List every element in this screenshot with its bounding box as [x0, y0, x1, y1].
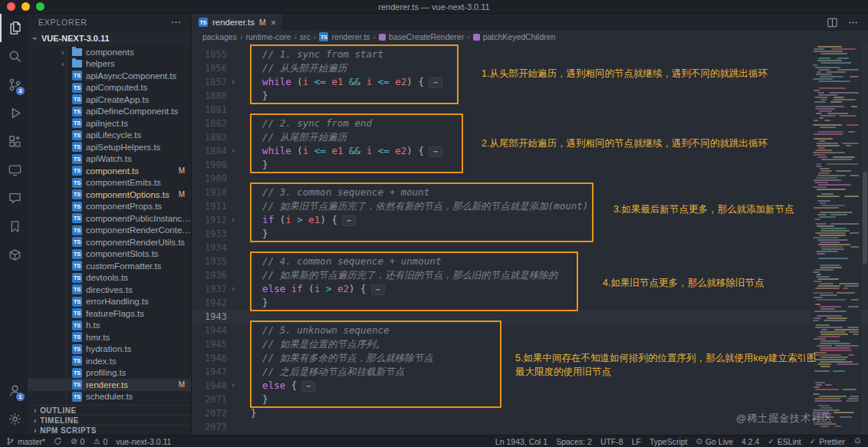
folded-code-ellipsis[interactable]: ⋯ — [371, 284, 385, 295]
file-item[interactable]: TScomponentOptions.tsM — [28, 189, 191, 201]
file-item[interactable]: TSapiSetupHelpers.ts — [28, 141, 191, 153]
fold-chevron-icon[interactable]: › — [227, 213, 239, 227]
sidebar-section-npm-scripts[interactable]: ›NPM SCRIPTS — [28, 425, 191, 435]
file-item[interactable]: TSh.ts — [28, 320, 191, 332]
code-line[interactable]: 1933 } — [192, 227, 868, 241]
folded-code-ellipsis[interactable]: ⋯ — [429, 146, 442, 157]
code-line[interactable]: 1855 // 1. sync from start — [192, 48, 868, 61]
more-actions-icon[interactable] — [847, 17, 859, 28]
language-mode[interactable]: TypeScript — [649, 437, 688, 446]
prettier[interactable]: ✓Prettier — [810, 437, 845, 446]
file-item[interactable]: TSprofiling.ts — [28, 367, 191, 380]
git-branch[interactable]: master* — [6, 437, 45, 446]
minimap[interactable] — [811, 43, 862, 435]
extensions-icon[interactable] — [0, 127, 28, 156]
file-item[interactable]: TScomponent.tsM — [28, 165, 191, 177]
sidebar-section-timeline[interactable]: ›TIMELINE — [28, 415, 191, 425]
run-debug-icon[interactable] — [0, 99, 28, 127]
code-editor[interactable]: 1855 // 1. sync from start1856 // 从头部开始遍… — [192, 43, 868, 435]
errors[interactable]: ⊘0 — [71, 437, 84, 446]
file-item[interactable]: TScomponentRenderContext.ts — [28, 225, 191, 237]
indentation[interactable]: Spaces: 2 — [556, 437, 592, 446]
file-item[interactable]: TSapiLifecycle.ts — [28, 130, 191, 142]
code-line[interactable]: 1910 // 3. common sequence + mount — [192, 186, 868, 199]
breadcrumb-item[interactable]: TSrenderer.ts — [319, 32, 370, 41]
code-line[interactable]: 1880 } — [192, 89, 868, 103]
file-item[interactable]: TSerrorHandling.ts — [28, 296, 191, 308]
file-item[interactable]: TScomponentProps.ts — [28, 201, 191, 213]
close-window-icon[interactable] — [7, 2, 15, 11]
breadcrumb-item[interactable]: src — [300, 32, 311, 41]
fold-chevron-icon[interactable]: › — [227, 379, 239, 393]
references-icon[interactable] — [0, 184, 28, 212]
account-icon[interactable]: 1 — [0, 376, 28, 405]
cursor-position[interactable]: Ln 1943, Col 1 — [495, 437, 547, 446]
breadcrumb-item[interactable]: baseCreateRenderer — [379, 32, 464, 41]
file-item[interactable]: ›helpers — [28, 58, 191, 71]
code-line[interactable]: 1881 — [192, 103, 868, 117]
eol[interactable]: LF — [632, 437, 641, 446]
code-line[interactable]: 2071 } — [192, 393, 868, 406]
breadcrumb-item[interactable]: packages — [202, 32, 237, 41]
search-icon[interactable] — [0, 42, 28, 71]
file-item[interactable]: ›components — [28, 46, 191, 58]
file-item[interactable]: TScomponentRenderUtils.ts — [28, 236, 191, 248]
folded-code-ellipsis[interactable]: ⋯ — [429, 77, 442, 88]
code-line[interactable]: 1948› else {⋯ — [192, 379, 868, 393]
code-line[interactable]: 1945 // 如果是位置的节点序列, — [192, 337, 868, 351]
go-live[interactable]: ⊙Go Live — [696, 437, 734, 446]
file-item[interactable]: TShydration.ts — [28, 343, 191, 356]
file-item[interactable]: TScomponentPublicInstance.ts — [28, 212, 191, 225]
sidebar-section-outline[interactable]: ›OUTLINE — [28, 405, 191, 415]
breadcrumb-item[interactable]: runtime-core — [245, 32, 291, 41]
project-name[interactable]: vue-next-3.0.11 — [116, 437, 171, 446]
file-item[interactable]: TSapiCreateApp.ts — [28, 94, 191, 106]
scrollbar[interactable] — [862, 43, 868, 435]
file-item[interactable]: TScomponentEmits.ts — [28, 177, 191, 189]
file-item[interactable]: TScomponentSlots.ts — [28, 248, 191, 261]
encoding[interactable]: UTF-8 — [600, 437, 623, 446]
folded-code-ellipsis[interactable]: ⋯ — [342, 215, 356, 226]
scrollbar-thumb[interactable] — [863, 172, 867, 264]
code-line[interactable]: 1943 — [192, 310, 868, 324]
bookmarks-icon[interactable] — [0, 212, 28, 241]
file-item[interactable]: TSapiInject.ts — [28, 117, 191, 130]
warnings[interactable]: ⚠0 — [93, 437, 107, 446]
file-item[interactable]: TSindex.ts — [28, 355, 191, 367]
file-item[interactable]: TSdirectives.ts — [28, 284, 191, 296]
ts-version[interactable]: 4.2.4 — [741, 437, 759, 446]
maximize-window-icon[interactable] — [36, 2, 44, 11]
notifications[interactable] — [853, 437, 862, 445]
minimize-window-icon[interactable] — [21, 2, 30, 11]
file-item[interactable]: TSfeatureFlags.ts — [28, 307, 191, 320]
code-line[interactable]: 1944 // 5. unknown sequence — [192, 324, 868, 337]
fold-chevron-icon[interactable]: › — [227, 144, 239, 158]
file-item[interactable]: TSdevtools.ts — [28, 272, 191, 284]
explorer-icon[interactable] — [0, 14, 28, 42]
code-line[interactable]: 1934 — [192, 241, 868, 255]
settings-icon[interactable] — [0, 405, 28, 433]
tab-renderer-ts[interactable]: TS renderer.ts M — [192, 14, 284, 31]
file-item[interactable]: TSscheduler.ts — [28, 391, 191, 403]
fold-chevron-icon[interactable]: › — [227, 75, 239, 89]
code-line[interactable]: 1935 // 4. common sequence + unmount — [192, 255, 868, 268]
package-icon[interactable] — [0, 241, 28, 269]
split-editor-icon[interactable] — [827, 17, 838, 28]
file-item[interactable]: TScustomFormatter.ts — [28, 260, 191, 272]
code-line[interactable]: 1909 — [192, 172, 868, 186]
code-line[interactable]: 1937› else if (i > e2) {⋯ — [192, 282, 868, 296]
source-control-icon[interactable]: 3 — [0, 71, 28, 99]
code-line[interactable]: 1908 } — [192, 158, 868, 172]
sidebar-more-actions-icon[interactable] — [172, 18, 182, 27]
code-line[interactable]: 1882 // 2. sync from end — [192, 117, 868, 130]
file-item[interactable]: TSapiComputed.ts — [28, 82, 191, 94]
folded-code-ellipsis[interactable]: ⋯ — [301, 381, 315, 392]
sync[interactable] — [54, 437, 62, 445]
eslint[interactable]: ✓ESLint — [768, 437, 801, 446]
file-item[interactable]: TSapiAsyncComponent.ts — [28, 70, 191, 82]
breadcrumb-item[interactable]: patchKeyedChildren — [473, 32, 556, 41]
fold-chevron-icon[interactable]: › — [227, 282, 239, 296]
code-line[interactable]: 1942 } — [192, 296, 868, 310]
file-item[interactable]: TSapiDefineComponent.ts — [28, 106, 191, 118]
file-item[interactable]: TShmr.ts — [28, 331, 191, 343]
